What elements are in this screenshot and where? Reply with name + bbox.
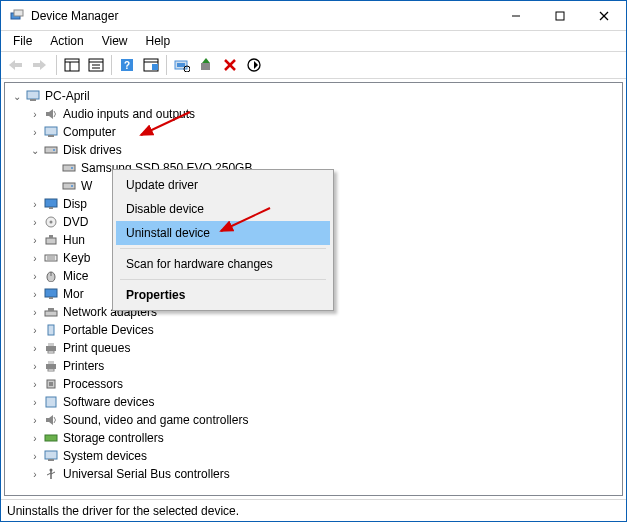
context-menu: Update driver Disable device Uninstall d… [112,169,334,311]
minimize-button[interactable] [494,1,538,30]
svg-rect-54 [49,297,53,299]
close-button[interactable] [582,1,626,30]
tree-item-printqueues[interactable]: › Print queues [9,339,618,357]
chevron-right-icon[interactable]: › [29,378,41,390]
disk-icon [61,178,77,194]
hid-icon [43,232,59,248]
maximize-button[interactable] [538,1,582,30]
svg-rect-34 [45,127,57,135]
chevron-right-icon[interactable]: › [29,360,41,372]
chevron-down-icon[interactable]: ⌄ [29,144,41,156]
menu-help[interactable]: Help [138,33,179,49]
tree-label: Keyb [63,251,90,265]
ctx-disable-device[interactable]: Disable device [116,197,330,221]
properties-button[interactable] [84,53,108,77]
ctx-scan-hardware[interactable]: Scan for hardware changes [116,252,330,276]
chevron-right-icon[interactable]: › [29,234,41,246]
status-text: Uninstalls the driver for the selected d… [7,504,239,518]
toolbar-separator [111,55,112,75]
toolbar: ? [1,51,626,79]
chevron-right-icon[interactable]: › [29,396,41,408]
chevron-down-icon[interactable]: ⌄ [11,90,23,102]
disk-icon [43,142,59,158]
svg-rect-43 [49,207,53,209]
svg-rect-32 [30,99,36,101]
audio-icon [43,412,59,428]
usb-icon [43,466,59,482]
tree-root[interactable]: ⌄ PC-April [9,87,618,105]
svg-rect-55 [45,311,57,316]
ctx-update-driver[interactable]: Update driver [116,173,330,197]
action-view-button[interactable] [139,53,163,77]
tree-label: Printers [63,359,104,373]
tree-item-software[interactable]: › Software devices [9,393,618,411]
tree-item-disk-drives[interactable]: ⌄ Disk drives [9,141,618,159]
chevron-right-icon[interactable]: › [29,270,41,282]
toolbar-separator [166,55,167,75]
tree-item-processors[interactable]: › Processors [9,375,618,393]
chevron-right-icon[interactable]: › [29,324,41,336]
menu-view[interactable]: View [94,33,136,49]
ctx-label: Uninstall device [126,226,210,240]
storage-icon [43,430,59,446]
tree-item-printers[interactable]: › Printers [9,357,618,375]
tree-item-portable[interactable]: › Portable Devices [9,321,618,339]
svg-rect-7 [15,63,22,67]
chevron-right-icon[interactable]: › [29,216,41,228]
svg-rect-38 [63,165,75,171]
svg-rect-66 [46,397,56,407]
chevron-right-icon[interactable]: › [29,198,41,210]
tree-item-audio[interactable]: › Audio inputs and outputs [9,105,618,123]
tree-item-storage[interactable]: › Storage controllers [9,429,618,447]
menu-action[interactable]: Action [42,33,91,49]
disable-button[interactable] [242,53,266,77]
audio-icon [43,106,59,122]
tree-item-usb[interactable]: › Universal Serial Bus controllers [9,465,618,483]
svg-marker-6 [9,60,15,70]
device-tree[interactable]: ⌄ PC-April › Audio inputs and outputs › … [5,83,622,487]
chevron-right-icon[interactable]: › [29,432,41,444]
tree-item-computer[interactable]: › Computer [9,123,618,141]
disk-icon [61,160,77,176]
svg-rect-61 [46,364,56,369]
svg-point-41 [71,185,73,187]
svg-rect-58 [46,346,56,351]
svg-marker-30 [254,61,258,69]
chevron-right-icon[interactable]: › [29,468,41,480]
chevron-right-icon[interactable]: › [29,414,41,426]
chevron-right-icon[interactable]: › [29,252,41,264]
tree-label: Hun [63,233,85,247]
svg-rect-25 [201,63,210,70]
tree-label: Computer [63,125,116,139]
svg-rect-69 [45,451,57,459]
chevron-right-icon[interactable]: › [29,126,41,138]
ctx-uninstall-device[interactable]: Uninstall device [116,221,330,245]
ctx-label: Disable device [126,202,204,216]
ctx-properties[interactable]: Properties [116,283,330,307]
printer-icon [43,340,59,356]
chevron-right-icon[interactable]: › [29,450,41,462]
tree-label: Processors [63,377,123,391]
monitor-icon [43,286,59,302]
menubar: File Action View Help [1,31,626,51]
forward-button [29,53,53,77]
tree-label: Print queues [63,341,130,355]
chevron-right-icon[interactable]: › [29,306,41,318]
chevron-right-icon[interactable]: › [29,108,41,120]
chevron-right-icon[interactable]: › [29,342,41,354]
svg-marker-67 [46,415,53,425]
scan-hardware-button[interactable] [170,53,194,77]
svg-rect-65 [49,382,53,386]
chevron-right-icon[interactable]: › [29,288,41,300]
show-hide-tree-button[interactable] [60,53,84,77]
tree-label: W [81,179,92,193]
svg-rect-62 [48,361,54,364]
tree-item-system[interactable]: › System devices [9,447,618,465]
svg-rect-9 [33,63,40,67]
update-driver-button[interactable] [194,53,218,77]
help-button[interactable]: ? [115,53,139,77]
tree-item-sound[interactable]: › Sound, video and game controllers [9,411,618,429]
uninstall-button[interactable] [218,53,242,77]
menu-file[interactable]: File [5,33,40,49]
tree-label: DVD [63,215,88,229]
